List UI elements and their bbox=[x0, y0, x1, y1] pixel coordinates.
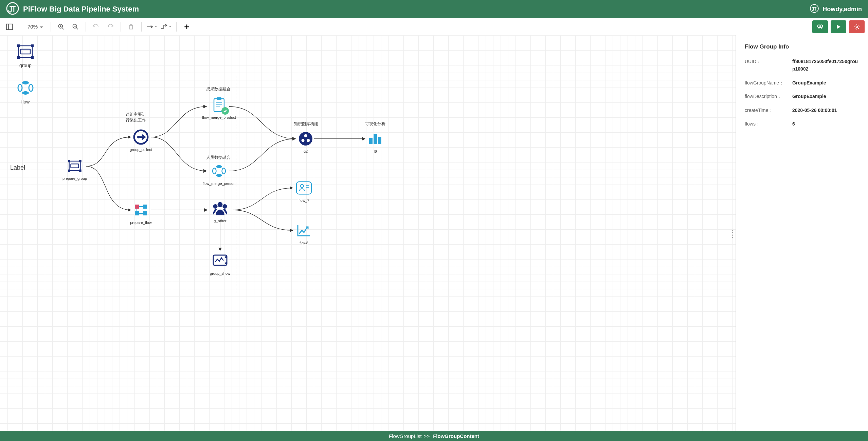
node-f6[interactable]: f6 bbox=[362, 130, 389, 153]
svg-point-47 bbox=[213, 168, 216, 174]
node-label: f6 bbox=[374, 149, 377, 153]
bar-chart-icon bbox=[367, 130, 384, 147]
svg-point-56 bbox=[299, 132, 312, 146]
edge-straight-button[interactable] bbox=[146, 21, 158, 33]
svg-point-25 bbox=[22, 81, 29, 84]
breadcrumb-current: FlowGroupContent bbox=[433, 433, 479, 439]
delete-button[interactable] bbox=[125, 21, 137, 33]
monitor-icon bbox=[212, 252, 229, 269]
node-label: g_other bbox=[214, 219, 226, 223]
annotation-viz: 可视化分析 bbox=[365, 121, 385, 127]
svg-point-50 bbox=[218, 202, 223, 207]
zoom-in-button[interactable] bbox=[55, 21, 67, 33]
info-key: flowDescription： bbox=[745, 93, 792, 100]
svg-point-52 bbox=[222, 204, 227, 209]
palette-group[interactable]: group bbox=[7, 42, 44, 68]
annotation-merge-product: 成果数据融合 bbox=[206, 86, 231, 92]
svg-rect-34 bbox=[79, 170, 82, 172]
zoom-out-button[interactable] bbox=[69, 21, 82, 33]
undo-button[interactable] bbox=[90, 21, 102, 33]
app-logo-icon bbox=[6, 2, 19, 16]
app-header: PiFlow Big Data Pipeline System Howdy,ad… bbox=[0, 0, 868, 18]
user-pi-icon bbox=[810, 4, 819, 15]
run-button[interactable] bbox=[831, 20, 846, 33]
info-row-flows: flows： 6 bbox=[745, 120, 859, 128]
settings-button[interactable] bbox=[849, 20, 865, 33]
node-flow-merge-person[interactable]: flow_merge_person bbox=[205, 162, 233, 186]
user-menu[interactable]: Howdy,admin bbox=[810, 4, 862, 15]
svg-point-55 bbox=[225, 262, 227, 264]
breadcrumb-separator: >> bbox=[424, 433, 430, 439]
panel-resize-handle[interactable] bbox=[732, 228, 735, 238]
svg-rect-31 bbox=[68, 160, 70, 162]
svg-point-0 bbox=[7, 3, 18, 14]
search-button[interactable] bbox=[812, 20, 828, 33]
info-row-name: flowGroupName： GroupExample bbox=[745, 79, 859, 87]
graph-edges bbox=[0, 35, 736, 431]
svg-point-46 bbox=[216, 165, 222, 168]
dropdown-icon bbox=[40, 24, 43, 30]
svg-point-28 bbox=[22, 91, 29, 95]
palette-label-item[interactable]: Label bbox=[10, 164, 25, 171]
edge-step-button[interactable] bbox=[160, 21, 172, 33]
svg-rect-37 bbox=[135, 205, 139, 209]
svg-line-9 bbox=[76, 27, 78, 29]
breadcrumb-parent[interactable]: FlowGroupList bbox=[389, 433, 422, 439]
cluster-icon bbox=[297, 130, 314, 147]
canvas-divider bbox=[236, 76, 236, 293]
collect-icon bbox=[132, 129, 149, 146]
info-row-desc: flowDescription： GroupExample bbox=[745, 93, 859, 100]
svg-point-57 bbox=[304, 134, 307, 137]
svg-rect-24 bbox=[31, 56, 34, 59]
svg-point-48 bbox=[222, 168, 225, 174]
palette-flow[interactable]: flow bbox=[7, 78, 44, 104]
node-label: g2 bbox=[304, 149, 308, 153]
svg-line-5 bbox=[62, 27, 64, 29]
node-g2[interactable]: g2 bbox=[292, 130, 319, 153]
info-panel: Flow Group Info UUID： ff808181725050fe01… bbox=[736, 35, 868, 431]
svg-rect-33 bbox=[68, 170, 70, 172]
svg-rect-61 bbox=[374, 134, 377, 144]
info-key: UUID： bbox=[745, 58, 792, 73]
node-group-collect[interactable]: group_collect bbox=[127, 129, 155, 152]
group-icon bbox=[15, 42, 36, 61]
svg-point-36 bbox=[137, 136, 140, 138]
node-flow-7[interactable]: flow_7 bbox=[290, 179, 318, 203]
node-prepare-flow[interactable]: prepare_flow bbox=[127, 202, 155, 225]
svg-rect-23 bbox=[17, 56, 20, 59]
trend-chart-icon bbox=[295, 222, 312, 239]
info-val: 2020-05-26 00:00:01 bbox=[792, 107, 837, 114]
svg-rect-22 bbox=[31, 44, 34, 47]
node-prepare-group[interactable]: prepare_group bbox=[61, 157, 88, 180]
palette-flow-label: flow bbox=[21, 99, 30, 104]
node-label: flow_7 bbox=[299, 198, 309, 203]
info-row-time: createTime： 2020-05-26 00:00:01 bbox=[745, 107, 859, 114]
svg-rect-42 bbox=[217, 97, 221, 100]
svg-point-49 bbox=[216, 174, 222, 177]
node-label: flow_merge_product bbox=[202, 115, 236, 119]
zoom-dropdown[interactable]: 70% bbox=[24, 24, 47, 30]
node-label: flow_merge_person bbox=[203, 181, 236, 186]
annotation-merge-person: 人员数据融合 bbox=[206, 155, 231, 160]
zoom-value: 70% bbox=[28, 24, 38, 30]
node-flow-merge-product[interactable]: flow_merge_product bbox=[205, 96, 233, 119]
toggle-sidebar-button[interactable] bbox=[3, 21, 16, 33]
pipeline-canvas[interactable]: group flow Label bbox=[0, 35, 736, 431]
add-button[interactable] bbox=[181, 21, 193, 33]
info-panel-title: Flow Group Info bbox=[745, 43, 859, 50]
node-label: prepare_flow bbox=[130, 220, 152, 225]
node-label: flow8 bbox=[300, 241, 308, 245]
node-flow8[interactable]: flow8 bbox=[290, 222, 318, 245]
node-label: group_collect bbox=[130, 148, 152, 152]
svg-point-26 bbox=[18, 84, 22, 91]
node-group-show[interactable]: group_show bbox=[206, 252, 234, 275]
svg-rect-30 bbox=[71, 164, 79, 168]
info-val: GroupExample bbox=[792, 93, 826, 100]
redo-button[interactable] bbox=[104, 21, 116, 33]
info-row-uuid: UUID： ff808181725050fe017250group10002 bbox=[745, 58, 859, 73]
process-icon bbox=[132, 202, 149, 218]
svg-point-27 bbox=[29, 84, 33, 91]
node-g-other[interactable]: g_other bbox=[206, 200, 234, 223]
person-card-icon bbox=[295, 179, 312, 196]
svg-point-1 bbox=[810, 4, 818, 13]
